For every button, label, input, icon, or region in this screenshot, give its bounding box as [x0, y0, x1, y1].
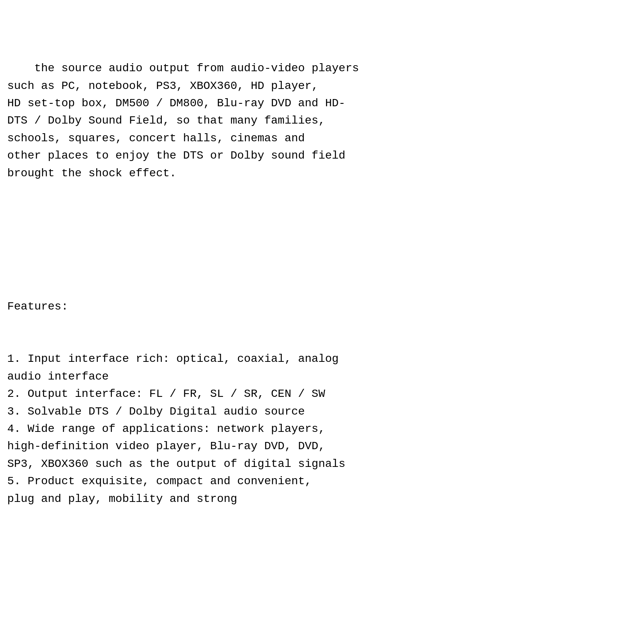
functions-header: Functions: — [7, 641, 637, 644]
features-header: Features: — [7, 298, 637, 315]
functions-section: Functions: 1. Decoding DTS / AC-3 source… — [7, 606, 637, 644]
main-content: the source audio output from audio-video… — [7, 7, 637, 644]
intro-text: the source audio output from audio-video… — [7, 62, 359, 179]
features-section: Features: 1. Input interface rich: optic… — [7, 263, 637, 542]
intro-paragraph: the source audio output from audio-video… — [7, 42, 637, 200]
features-list: 1. Input interface rich: optical, coaxia… — [7, 350, 637, 508]
